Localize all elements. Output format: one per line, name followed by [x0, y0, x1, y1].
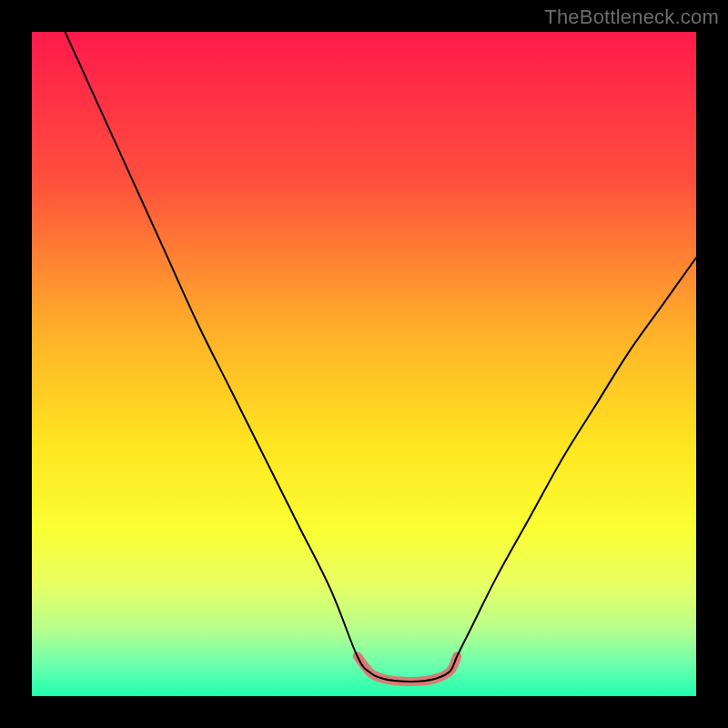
gradient-background: [32, 32, 696, 696]
chart-frame: TheBottleneck.com: [0, 0, 728, 728]
chart-svg: [32, 32, 696, 696]
watermark-text: TheBottleneck.com: [544, 5, 719, 29]
plot-area: [32, 32, 696, 696]
